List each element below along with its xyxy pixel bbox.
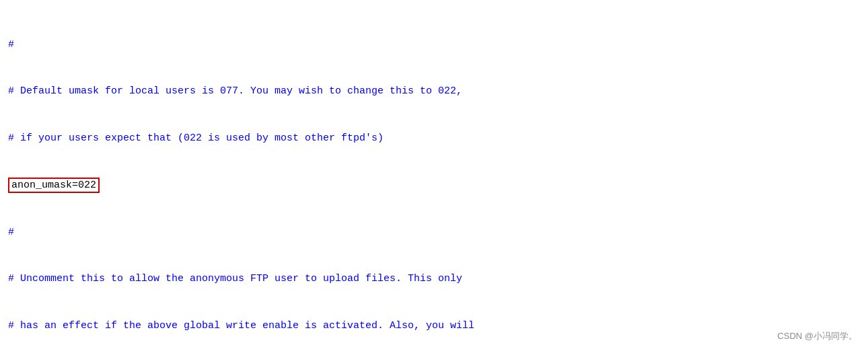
highlight-anon-umask: anon_umask=022 — [8, 178, 100, 193]
code-line-5: # — [8, 225, 860, 240]
code-line-3: # if your users expect that (022 is used… — [8, 130, 860, 146]
code-line-1: # — [8, 37, 860, 52]
code-line-7: # has an effect if the above global writ… — [8, 318, 860, 334]
code-line-6: # Uncomment this to allow the anonymous … — [8, 271, 860, 286]
watermark: CSDN @小冯同学。 — [777, 330, 857, 342]
code-block: # # Default umask for local users is 077… — [0, 0, 868, 349]
code-line-2: # Default umask for local users is 077. … — [8, 83, 860, 99]
code-line-4: anon_umask=022 — [8, 178, 860, 193]
